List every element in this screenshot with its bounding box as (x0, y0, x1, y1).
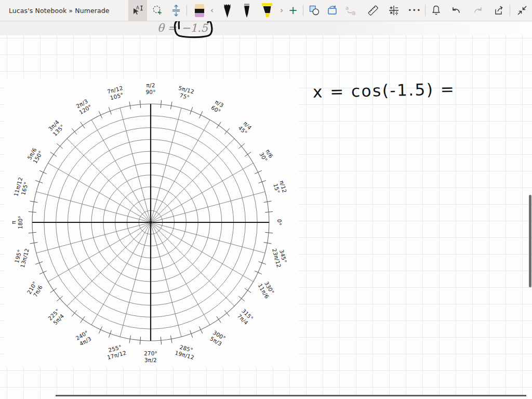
toolbar-divider (187, 5, 187, 16)
plus-icon: + (288, 5, 298, 16)
toolbar-divider (303, 5, 303, 16)
chevron-right-icon: › (280, 7, 283, 15)
math-button[interactable] (385, 0, 402, 21)
lasso-select-icon (152, 5, 163, 16)
polar-angle-label: 270°3π/2 (144, 350, 157, 363)
svg-text:a: a (345, 5, 349, 11)
undo-icon (450, 5, 462, 16)
eraser-icon (194, 4, 205, 18)
polar-angle-label: π/290° (145, 82, 155, 95)
select-cursor-icon: A (131, 5, 144, 16)
notebook-title: Lucas's Notebook » Numerade (9, 0, 110, 21)
ink-to-text-icon: a a (345, 5, 357, 16)
select-tool-button[interactable]: A (128, 0, 147, 21)
pen-icon (243, 3, 251, 18)
polar-angle-label: 0° (276, 219, 283, 225)
toolbar-divider (425, 5, 425, 16)
shapes-button[interactable] (307, 0, 322, 21)
scrollbar-thumb[interactable] (529, 195, 531, 287)
math-icon (388, 5, 400, 16)
table-image-top-edge (56, 395, 526, 399)
pen-tool-button[interactable] (238, 0, 256, 21)
pencil-tool-button[interactable] (218, 0, 236, 21)
chevron-left-icon: ‹ (210, 7, 214, 15)
shapes-icon (309, 5, 320, 16)
ruler-button[interactable] (364, 0, 382, 21)
problem-statement-strip (0, 21, 532, 35)
polar-grid-image: 0°π/1215°π/630°π/445°π/360°5π/1275°π/290… (4, 78, 298, 368)
ruler-icon (367, 4, 379, 17)
collapse-icon (516, 5, 528, 16)
highlighter-tool-button[interactable] (258, 0, 276, 21)
bell-icon (431, 5, 442, 16)
pen-scroll-left-button[interactable]: ‹ (208, 0, 216, 21)
share-button[interactable] (490, 0, 508, 21)
redo-button[interactable] (470, 0, 486, 21)
lasso-select-button[interactable] (150, 0, 165, 21)
ellipsis-icon: ••• (408, 7, 421, 14)
pencil-icon (223, 3, 232, 18)
share-icon (494, 5, 506, 16)
ink-handwriting: x = cos(-1.5) = (313, 79, 456, 101)
insert-space-icon (171, 4, 181, 17)
undo-button[interactable] (448, 0, 464, 21)
pen-scroll-right-button[interactable]: › (277, 0, 286, 21)
add-button[interactable]: + (287, 0, 299, 21)
ink-to-shape-icon (327, 5, 338, 16)
ink-to-text-button[interactable]: a a (343, 0, 360, 21)
highlighter-icon (261, 3, 273, 18)
svg-text:A: A (136, 5, 139, 10)
polar-angle-label: π180° (10, 216, 23, 229)
ink-to-shape-button[interactable] (324, 0, 341, 21)
insert-space-button[interactable] (168, 0, 184, 21)
collapse-toolbar-button[interactable] (513, 0, 531, 21)
more-options-button[interactable]: ••• (405, 0, 424, 21)
polar-grid-svg (4, 78, 298, 368)
toolbar-divider (510, 5, 510, 16)
svg-text:a: a (352, 9, 355, 16)
redo-icon (472, 5, 484, 16)
notifications-button[interactable] (428, 0, 444, 21)
toolbar: Lucas's Notebook » Numerade A (0, 0, 532, 21)
eraser-button[interactable] (191, 0, 208, 21)
